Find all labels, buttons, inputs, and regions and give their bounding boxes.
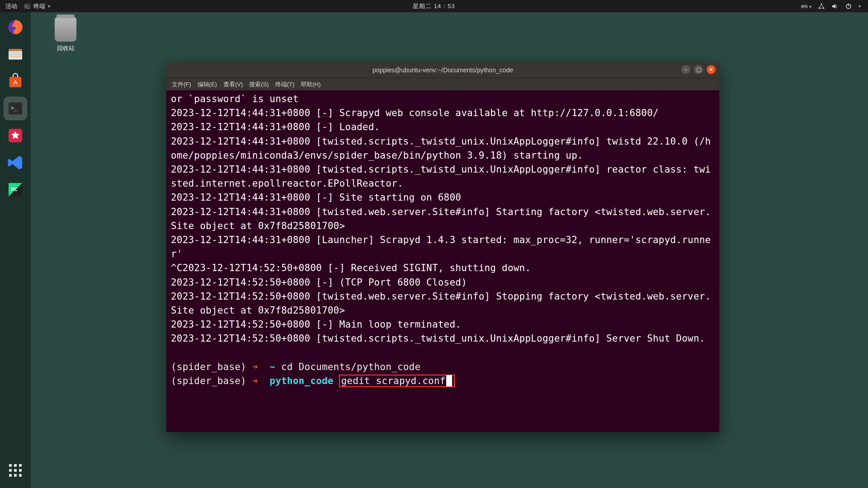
window-close-button[interactable]: ✕ [707, 65, 716, 74]
trash-icon [55, 17, 76, 42]
svg-rect-11 [9, 56, 22, 57]
log-line: 2023-12-12T14:44:31+0800 [twisted.script… [171, 136, 711, 161]
input-language[interactable]: en ▾ [801, 3, 811, 9]
log-line: 2023-12-12T14:44:31+0800 [twisted.script… [171, 164, 711, 189]
menu-search[interactable]: 搜索(S) [249, 80, 269, 89]
window-minimize-button[interactable]: – [681, 65, 690, 74]
log-line: 2023-12-12T14:52:50+0800 [twisted.web.se… [171, 291, 711, 316]
gnome-top-panel: 活动 >_ 终端 ▾ 星期二 14：53 en ▾ ▾ [0, 0, 868, 12]
menu-file[interactable]: 文件(F) [172, 80, 191, 89]
log-line: 2023-12-12T14:44:31+0800 [-] Scrapyd web… [171, 108, 659, 118]
dock-vscode[interactable] [4, 151, 27, 174]
network-icon[interactable] [818, 3, 825, 10]
terminal-titlebar[interactable]: poppies@ubuntu-venv:~/Documents/python_c… [166, 62, 719, 78]
log-line: or `password` is unset [171, 94, 299, 104]
activities-button[interactable]: 活动 [5, 2, 17, 10]
prompt-env: (spider_base) [171, 361, 246, 372]
window-maximize-button[interactable]: ▢ [694, 65, 703, 74]
log-line: 2023-12-12T14:52:50+0800 [-] (TCP Port 6… [171, 277, 467, 288]
log-line: 2023-12-12T14:44:31+0800 [-] Loaded. [171, 122, 380, 132]
prompt-command: cd Documents/python_code [281, 361, 420, 372]
dock: A >_ PC [0, 12, 31, 488]
terminal-icon: >_ [24, 3, 31, 10]
prompt-dir: ~ [269, 361, 275, 372]
power-icon[interactable] [845, 3, 852, 10]
dock-terminal[interactable]: >_ [4, 97, 27, 120]
svg-rect-8 [9, 51, 22, 59]
cursor [446, 375, 452, 386]
log-line: 2023-12-12T14:44:31+0800 [-] Site starti… [171, 192, 461, 203]
chevron-down-icon: ▾ [48, 4, 50, 9]
svg-text:A: A [14, 79, 18, 86]
menu-help[interactable]: 帮助(H) [301, 80, 321, 89]
desktop-trash[interactable]: 回收站 [45, 17, 86, 52]
log-line: ^C2023-12-12T14:52:50+0800 [-] Received … [171, 263, 531, 273]
show-applications[interactable] [4, 459, 27, 482]
terminal-output[interactable]: or `password` is unset 2023-12-12T14:44:… [166, 90, 719, 393]
dock-software[interactable]: A [4, 70, 27, 93]
dock-files[interactable] [4, 43, 27, 66]
log-line: 2023-12-12T14:44:31+0800 [twisted.web.se… [171, 206, 711, 231]
app-menu[interactable]: >_ 终端 ▾ [24, 2, 50, 10]
clock[interactable]: 星期二 14：53 [413, 2, 455, 10]
prompt-arrow: ➜ [252, 375, 258, 386]
svg-text:PC: PC [11, 187, 18, 192]
volume-icon[interactable] [831, 3, 839, 10]
log-line: 2023-12-12T14:52:50+0800 [-] Main loop t… [171, 319, 461, 330]
svg-text:>_: >_ [25, 5, 29, 9]
dock-starred[interactable] [4, 124, 27, 147]
window-title: poppies@ubuntu-venv:~/Documents/python_c… [373, 66, 513, 74]
system-menu-chevron-icon[interactable]: ▾ [859, 4, 861, 9]
dock-firefox[interactable] [4, 16, 27, 38]
highlighted-command: gedit scrapyd.conf [339, 375, 454, 387]
terminal-window: poppies@ubuntu-venv:~/Documents/python_c… [166, 62, 719, 432]
menu-edit[interactable]: 编辑(E) [198, 80, 217, 89]
trash-label: 回收站 [45, 44, 86, 52]
svg-rect-9 [9, 53, 22, 53]
prompt-env: (spider_base) [171, 375, 246, 386]
terminal-menubar: 文件(F) 编辑(E) 查看(V) 搜索(S) 终端(T) 帮助(H) [166, 78, 719, 90]
menu-terminal[interactable]: 终端(T) [275, 80, 295, 89]
menu-view[interactable]: 查看(V) [223, 80, 243, 89]
svg-text:>_: >_ [11, 105, 18, 111]
app-menu-label: 终端 [33, 2, 45, 10]
dock-pycharm[interactable]: PC [4, 178, 27, 201]
log-line: 2023-12-12T14:52:50+0800 [twisted.script… [171, 333, 705, 344]
prompt-arrow: ➜ [252, 361, 258, 372]
prompt-dir: python_code [269, 375, 333, 386]
log-line: 2023-12-12T14:44:31+0800 [Launcher] Scra… [171, 235, 711, 259]
svg-rect-10 [9, 55, 22, 55]
